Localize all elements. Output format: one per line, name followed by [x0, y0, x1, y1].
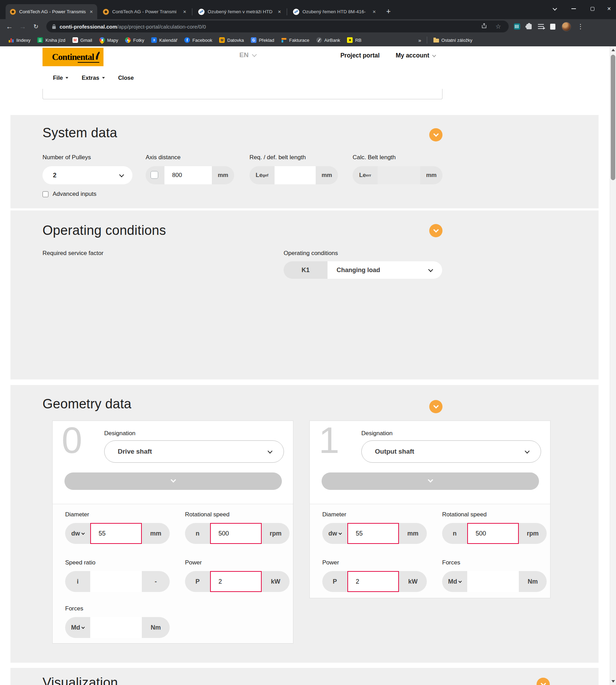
- browser-tab-2[interactable]: ContiTech AG - Power Transmi ✕: [99, 4, 191, 19]
- browser-tab-4[interactable]: Ozubený řemen HTD 8M-416- ✕: [289, 4, 380, 19]
- bookmark-star-icon[interactable]: ☆: [491, 23, 505, 30]
- chevron-down-icon: [428, 267, 433, 272]
- rotational-speed-input[interactable]: [467, 523, 519, 544]
- power-field: P kW: [185, 571, 290, 592]
- browser-menu-icon[interactable]: ⋮: [577, 23, 584, 30]
- tab-divider: [192, 8, 192, 15]
- bookmark-fotky[interactable]: Fotky: [122, 36, 148, 45]
- airbank-icon: [316, 37, 322, 43]
- menu-close[interactable]: Close: [118, 75, 134, 81]
- new-tab-button[interactable]: +: [383, 6, 394, 17]
- axis-distance-input[interactable]: [164, 166, 212, 184]
- symbol-dropdown[interactable]: dw: [65, 523, 90, 544]
- scrollbar-thumb[interactable]: [611, 55, 615, 180]
- page-scrollbar[interactable]: [610, 46, 616, 685]
- profile-avatar[interactable]: [562, 22, 571, 31]
- operating-conditions-select[interactable]: K1 Changing load: [284, 261, 442, 279]
- axis-distance-field: mm: [146, 166, 234, 184]
- symbol-dropdown[interactable]: dw: [322, 523, 347, 544]
- visualization-collapse-button[interactable]: [537, 678, 550, 685]
- forces-input[interactable]: [90, 617, 142, 638]
- translate-icon: G: [251, 37, 256, 43]
- playlist-extension-icon[interactable]: [538, 24, 544, 29]
- back-icon[interactable]: ←: [3, 23, 16, 31]
- extensions-puzzle-icon[interactable]: [526, 24, 532, 29]
- req-belt-length-field: Legef mm: [249, 166, 338, 184]
- bookmarks-overflow-chevron[interactable]: »: [415, 37, 424, 43]
- pulley-index: 1: [319, 422, 339, 459]
- continental-logo[interactable]: Continental: [43, 48, 103, 66]
- diameter-input[interactable]: [90, 523, 142, 544]
- language-selector[interactable]: EN: [239, 51, 256, 59]
- rotational-speed-field: n rpm: [442, 523, 547, 544]
- card-expand-button[interactable]: [64, 472, 282, 490]
- forward-icon: →: [16, 23, 29, 31]
- symbol-dropdown[interactable]: Md: [442, 571, 467, 592]
- req-belt-length-input[interactable]: [275, 166, 316, 184]
- gmail-icon: M: [72, 37, 78, 43]
- sidebar-extension-icon[interactable]: [550, 24, 555, 30]
- designation-select[interactable]: Drive shaft: [104, 440, 284, 463]
- bookmark-datovka[interactable]: M Datovka: [216, 36, 247, 45]
- geometry-data-collapse-button[interactable]: [429, 400, 442, 413]
- bookmark-kniha-jizd[interactable]: Kniha jízd: [34, 36, 69, 45]
- bookmark-fakturace[interactable]: Fakturace: [278, 36, 313, 45]
- other-bookmarks-button[interactable]: Ostatní záložky: [430, 36, 476, 45]
- bookmark-kalendar[interactable]: 3 Kalendář: [148, 36, 181, 45]
- operating-conditions-collapse-button[interactable]: [429, 224, 442, 237]
- unit-label: mm: [399, 523, 427, 544]
- power-input[interactable]: [210, 571, 262, 592]
- menu-file[interactable]: File: [53, 75, 68, 81]
- number-of-pulleys-select[interactable]: 2: [43, 166, 132, 184]
- scroll-down-icon[interactable]: [611, 680, 615, 683]
- tab-close-icon[interactable]: ✕: [182, 9, 187, 15]
- bookmark-rb[interactable]: ✕ RB: [344, 36, 365, 45]
- bookmark-preklad[interactable]: G Překlad: [247, 36, 278, 45]
- power-input[interactable]: [347, 571, 399, 592]
- window-minimize-button[interactable]: [567, 3, 580, 15]
- tab-close-icon[interactable]: ✕: [89, 9, 94, 15]
- rotational-speed-input[interactable]: [210, 523, 262, 544]
- diameter-input[interactable]: [347, 523, 399, 544]
- extension-icon[interactable]: [514, 23, 520, 30]
- speed-ratio-input[interactable]: [90, 571, 142, 592]
- bookmark-gmail[interactable]: M Gmail: [69, 36, 96, 45]
- card-fields: Diameter dw mm Rotational speed n rpm Po…: [310, 504, 550, 598]
- calc-belt-length-output: [378, 166, 420, 184]
- field-label: Forces: [65, 605, 83, 612]
- tab-search-icon[interactable]: [548, 3, 562, 15]
- project-portal-link[interactable]: Project portal: [340, 52, 380, 59]
- advanced-inputs-checkbox[interactable]: [43, 191, 48, 197]
- designation-select[interactable]: Output shaft: [361, 440, 541, 463]
- symbol-label: n: [185, 523, 210, 544]
- chevron-down-icon: [81, 531, 85, 535]
- scroll-up-icon[interactable]: [611, 49, 615, 51]
- window-close-button[interactable]: ✕: [602, 3, 616, 15]
- symbol-dropdown[interactable]: Md: [65, 617, 90, 638]
- tab-close-icon[interactable]: ✕: [372, 9, 377, 15]
- forces-input[interactable]: [467, 571, 519, 592]
- menu-extras[interactable]: Extras: [82, 75, 105, 81]
- field-label: Forces: [442, 559, 460, 566]
- bookmarks-bar: lindexy Kniha jízd M Gmail Mapy Fotky 3 …: [0, 34, 616, 46]
- axis-distance-checkbox[interactable]: [151, 171, 158, 179]
- tab-title: ContiTech AG - Power Transmi: [112, 9, 179, 14]
- bookmark-airbank[interactable]: AirBank: [313, 36, 344, 45]
- reload-icon[interactable]: ↻: [29, 23, 43, 30]
- system-data-collapse-button[interactable]: [429, 128, 442, 141]
- tab-close-icon[interactable]: ✕: [277, 9, 282, 15]
- window-maximize-button[interactable]: [585, 3, 599, 15]
- advanced-inputs-toggle[interactable]: Advanced inputs: [43, 191, 97, 198]
- card-expand-button[interactable]: [322, 472, 539, 490]
- browser-tab-3[interactable]: Ozubený řemen v metráži HTD ✕: [194, 4, 285, 19]
- bookmark-facebook[interactable]: f Facebook: [181, 36, 216, 45]
- browser-tab-1[interactable]: ContiTech AG - Power Transmis ✕: [6, 4, 97, 19]
- share-icon[interactable]: [477, 23, 491, 30]
- page-content: Continental EN Project portal My account…: [0, 46, 610, 685]
- my-account-menu[interactable]: My account: [396, 52, 436, 59]
- section-title: Visualization: [43, 675, 118, 685]
- bookmark-lindexy[interactable]: lindexy: [5, 36, 34, 45]
- address-bar[interactable]: conti-professional.com/app/project-porta…: [46, 21, 509, 32]
- bookmark-mapy[interactable]: Mapy: [96, 36, 122, 45]
- field-label: Req. / def. belt length: [249, 154, 306, 161]
